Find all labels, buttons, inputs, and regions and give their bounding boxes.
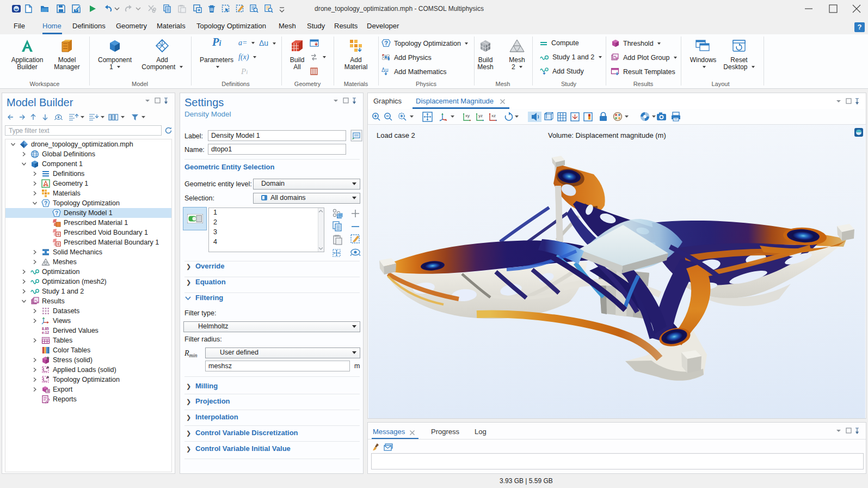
svg-text:8.85: 8.85	[42, 327, 49, 331]
svg-text:yz: yz	[478, 113, 483, 118]
svg-text:?: ?	[55, 210, 58, 216]
svg-text:xy: xy	[465, 113, 470, 118]
svg-text:?: ?	[384, 40, 388, 46]
svg-text:?: ?	[44, 200, 47, 206]
svg-text:xz: xz	[491, 113, 496, 118]
svg-text:Δ: Δ	[381, 67, 385, 73]
svg-text:e-12: e-12	[42, 331, 49, 334]
